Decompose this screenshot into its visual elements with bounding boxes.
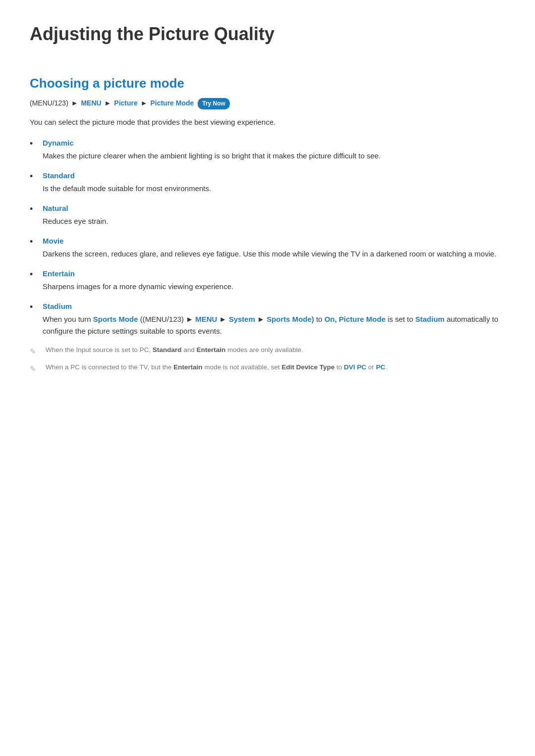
mode-desc-standard: Is the default mode suitable for most en…	[43, 184, 211, 193]
list-item: • Movie Darkens the screen, reduces glar…	[30, 235, 505, 260]
entertain-bold2: Entertain	[173, 363, 203, 371]
dvi-pc-link[interactable]: DVI PC	[344, 363, 366, 371]
mode-term-dynamic: Dynamic	[43, 137, 505, 149]
mode-dynamic: Dynamic Makes the picture clearer when t…	[43, 137, 505, 162]
list-item: • Natural Reduces eye strain.	[30, 202, 505, 227]
pencil-icon: ✎	[30, 346, 43, 357]
modes-list: • Dynamic Makes the picture clearer when…	[30, 137, 505, 337]
mode-desc-stadium: When you turn Sports Mode ((MENU/123) ► …	[43, 315, 498, 335]
sports-mode-link[interactable]: Sports Mode	[93, 315, 138, 323]
mode-term-stadium: Stadium	[43, 301, 505, 312]
mode-desc-natural: Reduces eye strain.	[43, 217, 108, 225]
list-item: • Entertain Sharpens images for a more d…	[30, 268, 505, 293]
mode-term-natural: Natural	[43, 202, 505, 214]
intro-text: You can select the picture mode that pro…	[30, 116, 505, 128]
breadcrumb-picture[interactable]: Picture	[114, 99, 137, 107]
breadcrumb-menu[interactable]: MENU	[81, 99, 101, 107]
breadcrumb-picture-mode[interactable]: Picture Mode	[150, 99, 194, 107]
mode-standard: Standard Is the default mode suitable fo…	[43, 170, 505, 195]
system-link[interactable]: System	[229, 315, 255, 323]
try-now-badge[interactable]: Try Now	[198, 98, 230, 109]
pencil-icon: ✎	[30, 363, 43, 375]
breadcrumb-arrow-2: ►	[105, 99, 113, 107]
page-title: Adjusting the Picture Quality	[30, 20, 505, 53]
mode-term-entertain: Entertain	[43, 268, 505, 280]
sports-mode-link2[interactable]: Sports Mode)	[267, 315, 314, 323]
notes-section: ✎ When the Input source is set to PC, St…	[30, 345, 505, 375]
breadcrumb-arrow-3: ►	[141, 99, 150, 107]
mode-stadium: Stadium When you turn Sports Mode ((MENU…	[43, 301, 505, 337]
note-text-1: When the Input source is set to PC, Stan…	[46, 345, 303, 355]
note-item: ✎ When a PC is connected to the TV, but …	[30, 362, 505, 375]
mode-entertain: Entertain Sharpens images for a more dyn…	[43, 268, 505, 293]
bullet-dot: •	[30, 235, 41, 249]
breadcrumb-menu123: (MENU/123)	[30, 99, 68, 107]
entertain-bold: Entertain	[197, 346, 226, 353]
list-item: • Dynamic Makes the picture clearer when…	[30, 137, 505, 162]
on-picture-mode-link[interactable]: On, Picture Mode	[324, 315, 385, 323]
bullet-dot: •	[30, 137, 41, 151]
bullet-dot: •	[30, 301, 41, 314]
mode-desc-entertain: Sharpens images for a more dynamic viewi…	[43, 282, 233, 291]
mode-desc-dynamic: Makes the picture clearer when the ambie…	[43, 151, 381, 160]
menu-link[interactable]: MENU	[195, 315, 217, 323]
mode-desc-movie: Darkens the screen, reduces glare, and r…	[43, 250, 496, 258]
mode-natural: Natural Reduces eye strain.	[43, 202, 505, 227]
bullet-dot: •	[30, 202, 41, 216]
breadcrumb-arrow-1: ►	[71, 99, 80, 107]
standard-bold: Standard	[153, 346, 182, 353]
edit-device-bold: Edit Device Type	[282, 363, 335, 371]
mode-term-standard: Standard	[43, 170, 505, 182]
list-item: • Stadium When you turn Sports Mode ((ME…	[30, 301, 505, 337]
section-title: Choosing a picture mode	[30, 73, 505, 94]
stadium-link[interactable]: Stadium	[415, 315, 444, 323]
breadcrumb: (MENU/123) ► MENU ► Picture ► Picture Mo…	[30, 98, 505, 109]
note-text-2: When a PC is connected to the TV, but th…	[46, 362, 387, 372]
mode-movie: Movie Darkens the screen, reduces glare,…	[43, 235, 505, 260]
bullet-dot: •	[30, 170, 41, 183]
note-item: ✎ When the Input source is set to PC, St…	[30, 345, 505, 357]
mode-term-movie: Movie	[43, 235, 505, 247]
list-item: • Standard Is the default mode suitable …	[30, 170, 505, 195]
bullet-dot: •	[30, 268, 41, 281]
pc-link[interactable]: PC	[376, 363, 385, 371]
